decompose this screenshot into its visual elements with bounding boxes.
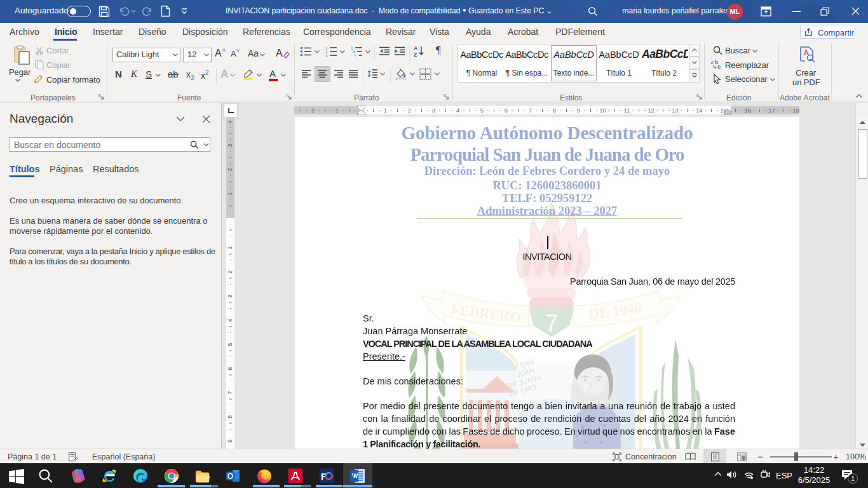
svg-text:13: 13	[672, 107, 679, 114]
svg-text:7: 7	[529, 107, 532, 114]
svg-text:11: 11	[624, 107, 630, 114]
svg-text:5: 5	[226, 342, 233, 346]
svg-text:3: 3	[432, 107, 435, 114]
svg-text:2: 2	[408, 107, 411, 114]
svg-text:6: 6	[505, 107, 508, 114]
svg-text:2: 2	[226, 270, 233, 273]
svg-text:3: 3	[226, 294, 233, 297]
svg-text:2: 2	[311, 107, 315, 114]
svg-text:5: 5	[480, 107, 484, 114]
svg-text:12: 12	[648, 107, 654, 114]
svg-text:17: 17	[768, 107, 775, 114]
svg-text:1: 1	[384, 107, 387, 114]
svg-text:10: 10	[599, 107, 606, 114]
svg-text:Z: Z	[414, 51, 417, 57]
svg-text:1: 1	[226, 246, 233, 249]
svg-text:9: 9	[577, 107, 580, 114]
svg-text:6: 6	[226, 367, 233, 370]
svg-text:8: 8	[553, 107, 556, 114]
svg-text:16: 16	[744, 107, 751, 114]
svg-text:1: 1	[336, 107, 339, 114]
svg-text:c: c	[717, 64, 721, 70]
svg-text:A: A	[414, 45, 417, 51]
svg-text:18: 18	[792, 107, 799, 114]
svg-text:4: 4	[226, 120, 233, 123]
svg-text:1: 1	[226, 192, 233, 195]
svg-text:i: i	[355, 53, 355, 57]
svg-text:4: 4	[226, 318, 233, 322]
svg-text:4: 4	[456, 107, 459, 114]
svg-text:9: 9	[226, 439, 233, 442]
svg-text:3: 3	[325, 54, 328, 58]
svg-text:7: 7	[226, 391, 233, 394]
svg-text:3: 3	[226, 144, 233, 147]
svg-text:2: 2	[226, 168, 233, 171]
svg-text:14: 14	[696, 107, 703, 114]
svg-text:8: 8	[226, 415, 233, 418]
